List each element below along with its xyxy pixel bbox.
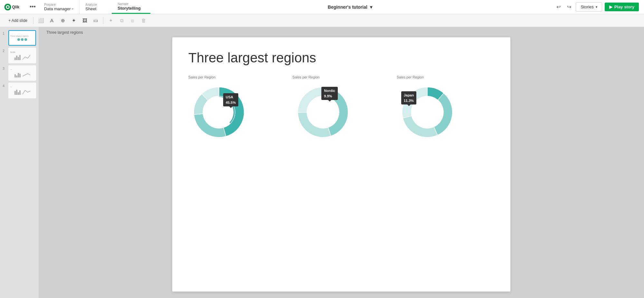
slide-title: Three largest regions — [188, 50, 494, 66]
toolbar-separator-2 — [103, 17, 103, 24]
slide-thumb-2[interactable]: Nordic — [8, 48, 36, 63]
slide-item-4[interactable]: 4 — — [3, 83, 36, 98]
toolbar-separator-1 — [33, 17, 33, 24]
chart-1: Sales per Region — [188, 75, 286, 143]
narrate-label: Narrate — [118, 2, 145, 6]
nav-menu-dots[interactable]: ••• — [27, 0, 38, 14]
analyze-label: Analyze — [85, 3, 106, 6]
nav-narrate[interactable]: Narrate Storytelling — [112, 0, 150, 14]
slide-thumb-1[interactable]: Three largest regions — [8, 30, 36, 46]
slide-number-2: 2 — [3, 49, 6, 53]
toolbar: + Add slide ⬜ A ⊕ ✦ 🖼 ▭ ✦ ⧉ ⧇ 🗑 — [0, 14, 644, 27]
image-button[interactable]: 🖼 — [80, 16, 90, 25]
prepare-name: Data manager ▾ — [44, 6, 73, 11]
slide-panel: 1 Three largest regions 2 Nordic — [0, 27, 39, 298]
slide-canvas: Three largest regions Sales per Region — [172, 37, 510, 292]
stories-button[interactable]: Stories ▾ — [576, 2, 602, 12]
charts-row: Sales per Region — [188, 75, 494, 282]
media-button[interactable]: ▭ — [91, 16, 100, 25]
add-button: ✦ — [106, 16, 116, 25]
tooltip-3: Japan 11.3% — [401, 91, 417, 104]
prepare-label: Prepare — [44, 3, 73, 6]
shape-button[interactable]: ⊕ — [58, 16, 68, 25]
svg-text:Qlik: Qlik — [12, 5, 20, 9]
top-nav: Qlik ••• Prepare Data manager ▾ Analyze … — [0, 0, 644, 14]
add-slide-button[interactable]: + Add slide — [5, 17, 31, 24]
slide-label: Three largest regions — [46, 30, 83, 35]
chart-2-title: Sales per Region — [292, 75, 319, 79]
content-area: Three largest regions Three largest regi… — [39, 27, 644, 298]
nav-prepare[interactable]: Prepare Data manager ▾ — [38, 0, 80, 14]
chart-3-title: Sales per Region — [397, 75, 424, 79]
slide-item-1[interactable]: 1 Three largest regions — [3, 30, 36, 46]
nav-analyze[interactable]: Analyze Sheet — [80, 0, 112, 14]
effect-button[interactable]: ✦ — [69, 16, 79, 25]
main-layout: 1 Three largest regions 2 Nordic — [0, 27, 644, 298]
slide-item-2[interactable]: 2 Nordic — [3, 48, 36, 63]
donut-3: Japan 11.3% — [397, 82, 458, 143]
donut-2: Nordic 9.9% — [292, 82, 354, 143]
cut-button: ⧇ — [128, 16, 137, 25]
redo-button[interactable]: ↪ — [565, 3, 573, 11]
play-story-button[interactable]: ▶ Play story — [605, 3, 639, 11]
slide-thumb-3[interactable]: — — [8, 65, 36, 81]
duplicate-button: ⧉ — [117, 16, 127, 25]
tooltip-2: Nordic 9.9% — [321, 87, 338, 100]
slide-number-4: 4 — [3, 84, 6, 88]
undo-button[interactable]: ↩ — [554, 3, 563, 11]
donut-1: USA 45.5% — [188, 82, 250, 143]
slide-number-3: 3 — [3, 67, 6, 70]
nav-center: Beginner's tutorial ▾ — [150, 0, 549, 14]
slide-item-3[interactable]: 3 — — [3, 65, 36, 81]
delete-button: 🗑 — [139, 16, 148, 25]
nav-title[interactable]: Beginner's tutorial ▾ — [328, 5, 372, 10]
nav-right: ↩ ↪ Stories ▾ ▶ Play story — [549, 0, 644, 14]
tooltip-1: USA 45.5% — [223, 93, 238, 106]
text-button[interactable]: A — [47, 16, 57, 25]
chart-3: Sales per Region Japan 11.3% — [397, 75, 494, 143]
nav-logo[interactable]: Qlik — [0, 0, 27, 14]
svg-point-2 — [7, 6, 9, 8]
narrate-name: Storytelling — [118, 6, 145, 11]
chart-2: Sales per Region Nordic 9.9% — [292, 75, 390, 143]
chart-1-title: Sales per Region — [188, 75, 215, 79]
slide-number-1: 1 — [3, 32, 6, 35]
snapshot-button[interactable]: ⬜ — [36, 16, 46, 25]
slide-thumb-4[interactable]: — — [8, 83, 36, 98]
analyze-name: Sheet — [85, 6, 106, 11]
